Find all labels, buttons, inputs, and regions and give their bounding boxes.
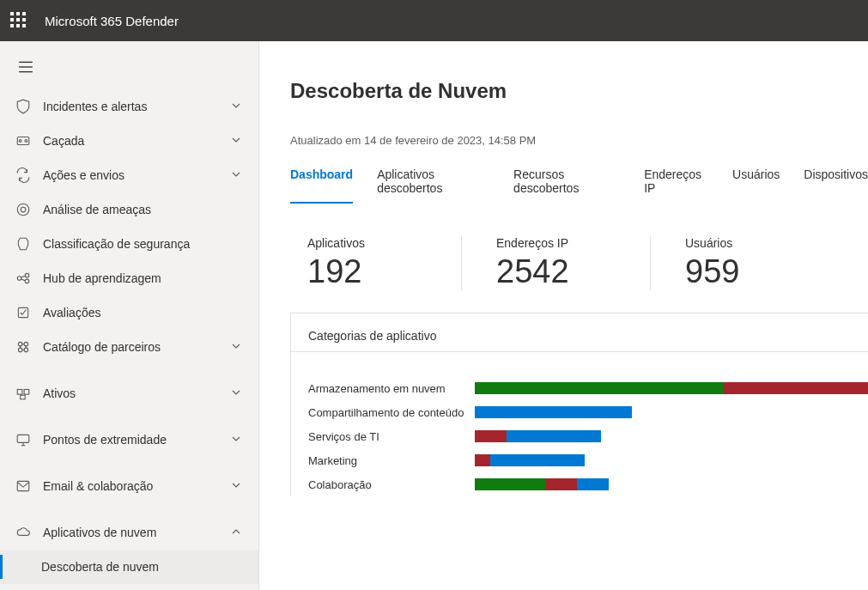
nav-icon (15, 99, 31, 114)
page-title: Descoberta de Nuvem (290, 79, 868, 103)
bar-segment (490, 454, 585, 466)
nav-label: Análise de ameaças (43, 203, 241, 216)
svg-point-5 (25, 140, 27, 143)
bar-segment (475, 430, 507, 442)
stat-label: Aplicativos (307, 236, 427, 250)
svg-point-17 (24, 348, 28, 352)
bar-category-label: Colaboração (308, 478, 468, 491)
bar-category-label: Serviços de TI (308, 430, 468, 443)
sidebar-item-12[interactable]: Descoberta de nuvem (0, 550, 258, 584)
bar-row-1: Compartilhamento de conteúdo (308, 400, 868, 424)
sidebar-item-7[interactable]: Catálogo de parceiros (0, 330, 258, 364)
sidebar-item-2[interactable]: Ações e envios (0, 158, 258, 192)
bar-track (475, 406, 868, 418)
brand-title: Microsoft 365 Defender (45, 14, 179, 28)
updated-timestamp: Atualizado em 14 de fevereiro de 2023, 1… (290, 134, 868, 147)
bar-segment (475, 478, 545, 490)
bar-track (475, 382, 868, 394)
svg-line-12 (21, 279, 26, 281)
nav-label: Email & colaboração (43, 479, 219, 493)
bar-row-0: Armazenamento em nuvem (308, 376, 868, 400)
svg-point-10 (25, 279, 29, 283)
nav-icon (15, 202, 31, 217)
stat-label: Usuários (685, 236, 805, 250)
nav-icon (15, 167, 31, 183)
bar-category-label: Marketing (308, 454, 468, 467)
svg-rect-22 (17, 390, 22, 395)
bar-track (475, 478, 868, 490)
stat-1: Endereços IP2542 (496, 236, 651, 290)
sidebar-item-5[interactable]: Hub de aprendizagem (0, 261, 258, 295)
sidebar-item-10[interactable]: Email & colaboração (0, 469, 258, 503)
svg-point-14 (18, 342, 22, 346)
bar-row-4: Colaboração (308, 472, 868, 496)
stat-0: Aplicativos192 (307, 236, 462, 290)
sidebar-item-9[interactable]: Pontos de extremidade (0, 423, 258, 457)
chevron-down-icon (231, 386, 241, 400)
nav-label: Descoberta de nuvem (41, 560, 241, 574)
nav-label: Ações e envios (43, 168, 219, 182)
sidebar-item-8[interactable]: Ativos (0, 376, 258, 411)
nav-icon (15, 478, 31, 494)
tab-2[interactable]: Recursos descobertos (513, 167, 620, 202)
app-launcher-icon[interactable] (10, 12, 27, 29)
tab-1[interactable]: Aplicativos descobertos (377, 167, 489, 202)
svg-point-4 (19, 140, 21, 143)
chevron-down-icon (231, 168, 241, 182)
chevron-down-icon (231, 100, 241, 113)
tab-5[interactable]: Dispositivos (804, 167, 868, 202)
sidebar-item-11[interactable]: Aplicativos de nuvem (0, 515, 258, 550)
nav-label: Hub de aprendizagem (43, 271, 241, 285)
sidebar-item-3[interactable]: Análise de ameaças (0, 192, 258, 227)
svg-point-6 (17, 204, 29, 216)
bar-segment (475, 382, 723, 394)
nav-label: Catálogo de parceiros (43, 340, 219, 354)
chevron-up-icon (231, 526, 241, 539)
bar-segment (723, 382, 868, 394)
nav-label: Classificação de segurança (43, 237, 241, 251)
tab-3[interactable]: Endereços IP (644, 167, 708, 202)
nav-label: Incidentes e alertas (43, 100, 219, 113)
stat-value: 2542 (496, 253, 616, 290)
sidebar: Incidentes e alertasCaçadaAções e envios… (0, 41, 259, 590)
sidebar-item-4[interactable]: Classificação de segurança (0, 227, 258, 261)
svg-point-9 (25, 273, 29, 277)
svg-rect-23 (24, 390, 29, 395)
nav-icon (15, 271, 31, 286)
svg-rect-24 (21, 395, 26, 399)
svg-rect-28 (17, 481, 29, 490)
svg-point-15 (24, 342, 28, 346)
tab-4[interactable]: Usuários (732, 167, 780, 202)
bar-row-2: Serviços de TI (308, 424, 868, 448)
svg-point-7 (21, 207, 26, 212)
nav-icon (15, 339, 31, 355)
tab-0[interactable]: Dashboard (290, 167, 353, 202)
sidebar-item-0[interactable]: Incidentes e alertas (0, 89, 258, 124)
stats-row: Aplicativos192Endereços IP2542Usuários95… (290, 236, 868, 290)
sidebar-item-1[interactable]: Caçada (0, 124, 258, 158)
bar-segment (475, 454, 490, 466)
bar-category-label: Compartilhamento de conteúdo (308, 406, 468, 419)
chevron-down-icon (231, 340, 241, 354)
bar-category-label: Armazenamento em nuvem (308, 382, 468, 395)
stat-value: 192 (307, 253, 427, 290)
stat-2: Usuários959 (685, 236, 840, 290)
nav-icon (15, 386, 31, 401)
svg-point-8 (17, 277, 21, 281)
bar-segment (577, 478, 609, 490)
tab-bar: DashboardAplicativos descobertosRecursos… (290, 167, 868, 202)
collapse-nav-button[interactable] (9, 50, 43, 84)
main-content: Descoberta de Nuvem Atualizado em 14 de … (259, 41, 868, 590)
svg-point-16 (18, 348, 22, 352)
bar-row-3: Marketing (308, 448, 868, 472)
app-categories-card: Categorias de aplicativo Armazenamento e… (290, 313, 868, 496)
sidebar-item-6[interactable]: Avaliações (0, 295, 258, 330)
nav-label: Ativos (43, 386, 219, 400)
nav-icon (15, 133, 31, 149)
chevron-down-icon (231, 479, 241, 493)
nav: Incidentes e alertasCaçadaAções e envios… (0, 89, 258, 584)
nav-label: Caçada (43, 134, 219, 148)
nav-icon (15, 236, 31, 252)
card-title: Categorias de aplicativo (291, 313, 868, 352)
app-categories-chart: Armazenamento em nuvemCompartilhamento d… (291, 376, 868, 496)
